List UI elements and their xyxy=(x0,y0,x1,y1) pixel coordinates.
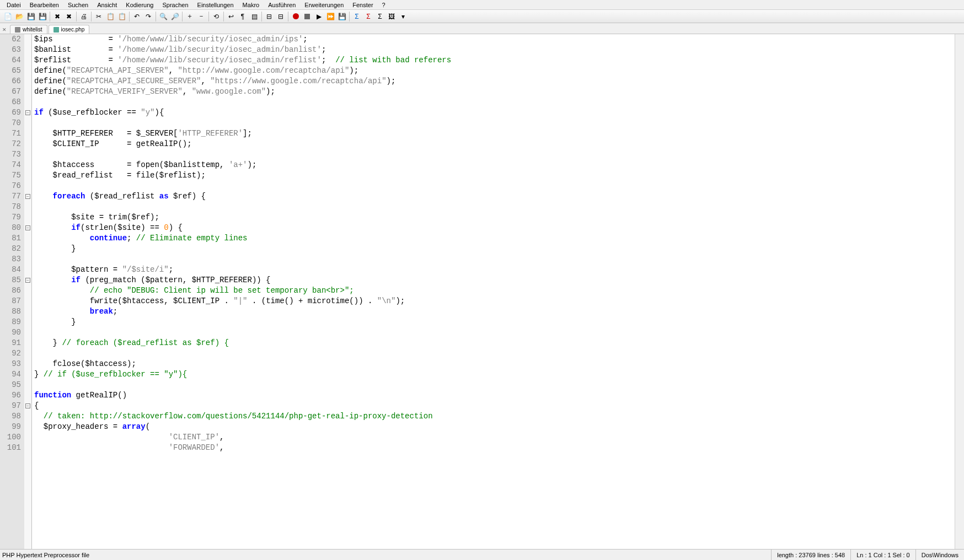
line-number: 74 xyxy=(0,160,24,170)
line-number: 94 xyxy=(0,369,24,380)
menu-erweiterungen[interactable]: Erweiterungen xyxy=(300,1,348,9)
fold-row xyxy=(24,348,31,359)
toolbar-separator xyxy=(288,12,288,21)
close-all-button[interactable]: ✖ xyxy=(63,11,74,22)
line-number: 78 xyxy=(0,202,24,212)
fold-row xyxy=(24,149,31,160)
close-button[interactable]: ✖ xyxy=(52,11,63,22)
tab-iosec-php[interactable]: iosec.php xyxy=(49,25,90,34)
code-line: $pattern = "/$site/i"; xyxy=(34,265,955,275)
sigma-red-button[interactable]: Σ xyxy=(363,11,374,22)
menu-?[interactable]: ? xyxy=(378,1,390,9)
vertical-scrollbar[interactable] xyxy=(955,34,964,549)
code-line: } xyxy=(34,244,955,254)
show-all-button[interactable]: ¶ xyxy=(237,11,248,22)
line-number: 93 xyxy=(0,359,24,369)
menu-kodierung[interactable]: Kodierung xyxy=(121,1,158,9)
play-multi-button[interactable]: ⏩ xyxy=(325,11,336,22)
menu-ausführen[interactable]: Ausführen xyxy=(264,1,300,9)
wrap-button[interactable]: ↩ xyxy=(226,11,237,22)
fold-row xyxy=(24,244,31,254)
line-number: 67 xyxy=(0,87,24,97)
code-line: $htaccess = fopen($banlisttemp, 'a+'); xyxy=(34,160,955,170)
file-icon xyxy=(15,27,20,33)
fold-row xyxy=(24,181,31,191)
fold-toggle-icon[interactable]: − xyxy=(25,278,30,283)
fold-row xyxy=(24,338,31,348)
line-number: 64 xyxy=(0,55,24,66)
redo-button[interactable]: ↷ xyxy=(143,11,154,22)
new-file-button[interactable]: 📄 xyxy=(2,11,13,22)
line-number: 99 xyxy=(0,422,24,432)
fold-row xyxy=(24,160,31,170)
save-all-button[interactable]: 💾 xyxy=(37,11,48,22)
fold-row: − xyxy=(24,401,31,411)
menu-suchen[interactable]: Suchen xyxy=(63,1,93,9)
menu-bearbeiten[interactable]: Bearbeiten xyxy=(25,1,63,9)
image-button[interactable]: 🖼 xyxy=(386,11,397,22)
print-button[interactable]: 🖨 xyxy=(78,11,89,22)
fold-row xyxy=(24,369,31,380)
code-line: if (preg_match ($pattern, $HTTP_REFERER)… xyxy=(34,275,955,286)
sigma-blue-button[interactable]: Σ xyxy=(351,11,362,22)
fold-toggle-icon[interactable]: − xyxy=(25,110,30,115)
code-line: fclose($htaccess); xyxy=(34,359,955,369)
code-line xyxy=(34,118,955,128)
dropdown-button[interactable]: ▾ xyxy=(398,11,409,22)
code-line: define("RECAPTCHA_API_SERVER", "http://w… xyxy=(34,66,955,76)
cut-button[interactable]: ✂ xyxy=(93,11,104,22)
sigma-button[interactable]: Σ xyxy=(374,11,385,22)
fold-row xyxy=(24,76,31,87)
menu-sprachen[interactable]: Sprachen xyxy=(158,1,192,9)
code-line: continue; // Eliminate empty lines xyxy=(34,233,955,244)
sync-button[interactable]: ⟲ xyxy=(211,11,222,22)
line-number: 66 xyxy=(0,76,24,87)
fold-level-button[interactable]: ⊟ xyxy=(275,11,286,22)
menu-einstellungen[interactable]: Einstellungen xyxy=(193,1,238,9)
menu-bar: DateiBearbeitenSuchenAnsichtKodierungSpr… xyxy=(0,0,964,10)
play-button[interactable]: ▶ xyxy=(313,11,324,22)
paste-button[interactable]: 📋 xyxy=(116,11,127,22)
copy-button[interactable]: 📋 xyxy=(105,11,116,22)
menu-makro[interactable]: Makro xyxy=(238,1,264,9)
save-button[interactable]: 💾 xyxy=(25,11,36,22)
undo-button[interactable]: ↶ xyxy=(131,11,142,22)
line-number: 100 xyxy=(0,432,24,443)
find-button[interactable]: 🔍 xyxy=(158,11,169,22)
open-file-button[interactable]: 📂 xyxy=(14,11,25,22)
line-number: 65 xyxy=(0,66,24,76)
code-area[interactable]: $ips = '/home/www/lib/security/iosec_adm… xyxy=(32,34,955,549)
menu-ansicht[interactable]: Ansicht xyxy=(93,1,121,9)
fold-doc-button[interactable]: ⊟ xyxy=(264,11,275,22)
fold-row xyxy=(24,254,31,265)
status-eol: Dos\Windows xyxy=(915,550,964,560)
code-line: // taken: http://stackoverflow.com/quest… xyxy=(34,411,955,422)
toolbar-separator xyxy=(182,12,183,21)
fold-row: − xyxy=(24,223,31,233)
line-number: 62 xyxy=(0,34,24,45)
replace-button[interactable]: 🔎 xyxy=(169,11,180,22)
line-number: 88 xyxy=(0,306,24,317)
indent-guide-button[interactable]: ▤ xyxy=(249,11,260,22)
fold-row xyxy=(24,66,31,76)
fold-toggle-icon[interactable]: − xyxy=(25,403,30,408)
fold-row xyxy=(24,212,31,223)
fold-toggle-icon[interactable]: − xyxy=(25,194,30,199)
toolbar-separator xyxy=(208,12,209,21)
record-icon xyxy=(293,13,299,19)
zoom-out-button[interactable]: － xyxy=(196,11,207,22)
record-button[interactable] xyxy=(290,11,301,22)
fold-toggle-icon[interactable]: − xyxy=(25,225,30,230)
tab-whitelist[interactable]: whitelist xyxy=(10,25,47,34)
save-macro-button[interactable]: 💾 xyxy=(336,11,347,22)
menu-fenster[interactable]: Fenster xyxy=(348,1,377,9)
tab-close-all-icon[interactable]: ✕ xyxy=(2,27,9,34)
code-line: } xyxy=(34,317,955,327)
toolbar: 📄📂💾💾✖✖🖨✂📋📋↶↷🔍🔎＋－⟲↩¶▤⊟⊟▶⏩💾ΣΣΣ🖼▾ xyxy=(0,10,964,23)
zoom-in-button[interactable]: ＋ xyxy=(184,11,195,22)
line-number: 72 xyxy=(0,139,24,149)
fold-row xyxy=(24,306,31,317)
code-line: $proxy_headers = array( xyxy=(34,422,955,432)
menu-datei[interactable]: Datei xyxy=(2,1,25,9)
stop-button[interactable] xyxy=(302,11,313,22)
